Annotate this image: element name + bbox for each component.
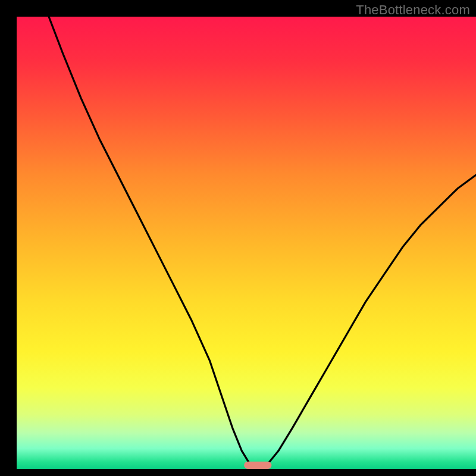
watermark-text: TheBottleneck.com [356,2,470,18]
bottleneck-chart [0,0,476,476]
chart-container: TheBottleneck.com [0,0,476,476]
optimal-marker [244,462,271,469]
